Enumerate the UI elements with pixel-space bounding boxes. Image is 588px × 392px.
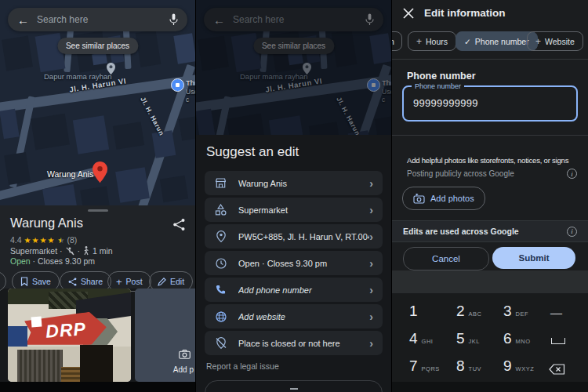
info-icon[interactable]: i [567, 169, 577, 179]
map-pin-red-icon[interactable] [93, 162, 107, 183]
place-bottom-sheet: Warung Anis 4.4 ★★★★ ★★ (8) Supermarket … [0, 205, 195, 289]
map-poi-blue-sub: Used c [186, 88, 195, 103]
keyboard-top-strip [392, 270, 588, 293]
map[interactable]: Dapur mama rayhan Jl. H. Harun VI Jl. H.… [0, 0, 195, 205]
key-1[interactable]: 1 [409, 303, 422, 320]
street-label-side: Jl. H. Harun [139, 96, 165, 137]
place-photo[interactable]: DRP [8, 289, 131, 382]
map-dim-overlay [196, 0, 391, 135]
review-count: (8) [67, 235, 77, 245]
search-input[interactable]: Search here [37, 14, 169, 25]
add-photos-button[interactable]: Add photos [402, 187, 485, 210]
globe-icon [214, 311, 227, 322]
partial-bottom-button[interactable] [205, 380, 383, 392]
see-similar-places-chip[interactable]: See similar places [57, 38, 138, 54]
close-icon[interactable] [403, 8, 414, 19]
phone-number-value[interactable]: 99999999999 [413, 97, 478, 109]
partial-action-button[interactable] [0, 271, 6, 292]
chip-phone-number[interactable]: ✓ Phone number [456, 31, 538, 51]
screenshot-collage: Dapur mama rayhan Jl. H. Harun VI Jl. H.… [0, 0, 588, 392]
plus-icon: + [416, 36, 422, 47]
bottom-bar [392, 382, 588, 392]
maps-place-panel: Dapur mama rayhan Jl. H. Harun VI Jl. H.… [0, 0, 195, 392]
open-status: Open [10, 256, 31, 266]
rating-row[interactable]: 4.4 ★★★★ ★★ (8) [10, 235, 77, 245]
share-icon[interactable] [172, 218, 186, 231]
status-row: Open · Closes 9.30 pm [10, 256, 95, 266]
check-icon: ✓ [464, 37, 471, 46]
phone-icon [214, 285, 227, 295]
add-photos-heading: Add helpful photos like storefronts, not… [407, 156, 568, 165]
map-pin-label: Warung Anis [47, 169, 93, 179]
key-4[interactable]: 4GHI [409, 330, 433, 347]
numeric-keypad: 1 2ABC 3DEF 4GHI 5JKL 6MNO 7PQRS 8TUV 9W… [392, 293, 588, 382]
suggest-item-add-phone[interactable]: Add phone number› [205, 278, 383, 302]
posting-publicly-caption: Posting publicly across Google [407, 169, 514, 178]
key-2[interactable]: 2ABC [456, 303, 482, 320]
storefront-icon [214, 178, 227, 188]
key-3[interactable]: 3DEF [503, 303, 528, 320]
suggest-item-category[interactable]: Supermarket› [205, 198, 383, 222]
phone-number-heading: Phone number [407, 71, 476, 82]
rating-value: 4.4 [10, 235, 22, 245]
dimmed-map-wrap: Dapur mama rayhan Jl. H. Harun VI Jl. H.… [196, 0, 391, 135]
chevron-right-icon: › [369, 310, 373, 323]
suggest-item-hours[interactable]: Open · Closes 9.30 pm› [205, 251, 383, 275]
key-8[interactable]: 8TUV [456, 358, 481, 375]
plus-icon: + [116, 276, 122, 288]
suggest-item-add-website[interactable]: Add website› [205, 304, 383, 328]
key-9[interactable]: 9WXYZ [503, 358, 534, 375]
edit-information-title: Edit information [424, 7, 506, 19]
key-6[interactable]: 6MNO [503, 330, 531, 347]
walking-icon [83, 246, 89, 256]
category-label: Supermarket · [10, 246, 63, 256]
star-icons: ★★★★ [24, 236, 56, 245]
backspace-icon[interactable] [549, 364, 565, 375]
report-legal-issue-link[interactable]: Report a legal issue [206, 361, 279, 371]
cancel-button[interactable]: Cancel [403, 247, 489, 270]
category-icon [214, 204, 227, 216]
half-star-icon: ★★ [57, 236, 64, 245]
chip-partial[interactable]: n [392, 31, 402, 51]
chevron-right-icon: › [369, 257, 373, 270]
key-space[interactable] [551, 338, 565, 344]
chip-website[interactable]: + Website [527, 31, 583, 51]
clock-icon [214, 258, 227, 269]
chevron-right-icon: › [369, 230, 373, 243]
suggest-item-name[interactable]: Warung Anis› [205, 171, 383, 195]
submit-button[interactable]: Submit [492, 247, 575, 269]
chevron-right-icon: › [369, 204, 373, 216]
info-icon[interactable]: i [567, 227, 577, 237]
camera-plus-icon [413, 194, 425, 204]
chip-hours[interactable]: + Hours [408, 31, 456, 51]
location-pin-icon [214, 230, 227, 242]
phone-number-field[interactable]: Phone number 99999999999 [402, 85, 578, 122]
camera-icon [179, 350, 191, 359]
key-5[interactable]: 5JKL [456, 330, 480, 347]
walk-time: 1 min [93, 246, 113, 256]
bookmark-icon [20, 277, 28, 286]
edits-note-text: Edits are used across Google [403, 227, 567, 236]
pencil-icon [158, 278, 166, 286]
chevron-right-icon: › [369, 177, 373, 190]
suggest-edit-panel: Dapur mama rayhan Jl. H. Harun VI Jl. H.… [196, 0, 391, 392]
mic-icon[interactable] [169, 13, 178, 26]
plus-icon: + [535, 36, 541, 47]
key-7[interactable]: 7PQRS [409, 358, 440, 375]
map-poi-blue-title: Three [186, 78, 195, 87]
share-small-icon [68, 278, 77, 286]
sheet-drag-handle[interactable] [88, 209, 108, 212]
search-bar[interactable]: ← Search here [8, 8, 187, 31]
edits-note-band: Edits are used across Google i [392, 220, 588, 242]
suggest-edit-title: Suggest an edit [206, 144, 299, 160]
suggest-item-address[interactable]: PW5C+885, Jl. H. Harun V, RT.004/RW.01..… [205, 224, 383, 249]
map-poi-blue-icon[interactable] [171, 78, 184, 92]
key-dash[interactable]: — [550, 306, 562, 319]
chevron-right-icon: › [369, 337, 373, 350]
back-arrow-icon[interactable]: ← [17, 13, 29, 27]
add-photo-tile[interactable]: Add p [135, 289, 195, 382]
map-pin-gray-icon[interactable] [107, 63, 115, 74]
no-wheelchair-icon [66, 247, 74, 256]
edit-information-panel: Edit information n + Hours ✓ Phone numbe… [392, 0, 588, 392]
suggest-item-closed[interactable]: Place is closed or not here› [205, 331, 383, 355]
